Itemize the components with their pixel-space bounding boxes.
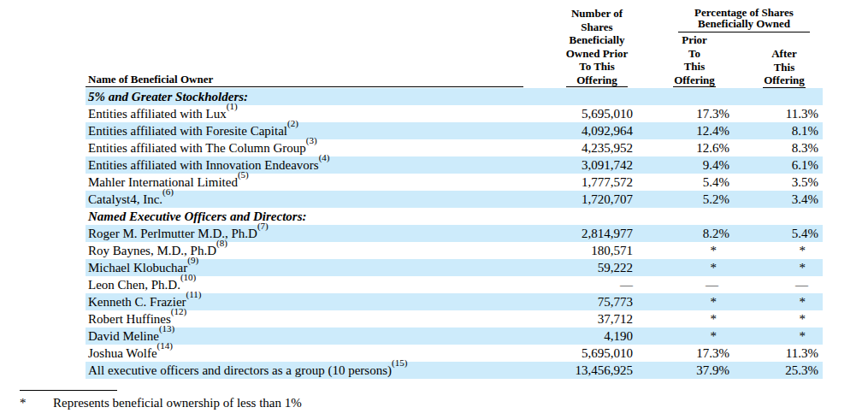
after-percentage-value: 11.3% [729,105,823,122]
owner-name-text: Entities affiliated with Foresite Capita… [88,124,287,138]
prior-percentage-value: 5.2% [633,191,729,208]
header-line: After [748,47,820,61]
shares-value: 37,712 [523,310,633,328]
after-percentage-value: 8.1% [729,122,823,139]
table-row: Roger M. Perlmutter M.D., Ph.D(7) 2,814,… [86,225,823,242]
prior-percentage-value: 9.4% [633,156,729,174]
owner-name: Named Executive Officers and Directors: [86,208,523,225]
prior-percentage-value: * [633,310,729,328]
footnote: *Represents beneficial ownership of less… [20,394,302,411]
after-percentage-value: * [729,242,823,259]
prior-percentage-value: * [633,328,729,345]
owner-name-text: 5% and Greater Stockholders: [88,90,248,103]
after-percentage-value: 25.3% [729,362,823,379]
table-row: Entities affiliated with The Column Grou… [86,139,823,156]
shares-value: 4,235,952 [523,139,633,156]
prior-percentage-value: * [633,293,729,310]
shares-value: 1,777,572 [523,174,633,191]
owner-name-text: Michael Klobuchar [88,261,187,274]
header-line: Beneficially [547,33,647,47]
shares-value: 5,695,010 [523,105,633,122]
col-header-after-offering: AfterThisOffering [748,47,820,88]
shares-value: 2,814,977 [523,225,633,242]
owner-name-text: David Meline [88,329,159,343]
prior-percentage-value: 17.3% [633,345,729,362]
footnote-ref: (9) [187,255,198,265]
after-percentage-value: — [729,276,823,293]
header-line: Offering [748,74,820,88]
footnote-ref: (1) [227,101,238,111]
shares-value: — [523,276,633,293]
owner-name-text: Entities affiliated with The Column Grou… [88,141,306,155]
table-row: Entities affiliated with Innovation Ende… [86,156,823,174]
after-percentage-value: * [729,293,823,310]
prior-percentage-value [633,88,729,105]
header-line: This [748,61,820,74]
footnote-ref: (10) [180,272,196,282]
shares-value: 1,720,707 [523,191,633,208]
footnote-ref: (5) [238,169,249,180]
owner-name-text: Joshua Wolfe [88,346,157,360]
shares-value: 59,222 [523,259,633,276]
footnote-ref: (14) [157,340,173,351]
header-line: Owned Prior [547,47,647,61]
table-row: Named Executive Officers and Directors: [86,208,823,225]
owner-name-text: Named Executive Officers and Directors: [88,210,307,223]
after-percentage-value [729,208,823,225]
after-percentage-value: 3.5% [729,174,823,191]
owner-name: Kenneth C. Frazier(11) [86,293,523,310]
footnote-ref: (12) [171,306,186,316]
table-row: David Meline(13) 4,190 * * [86,328,823,345]
prior-percentage-value: * [633,242,729,259]
table-row: Kenneth C. Frazier(11) 75,773 * * [86,293,823,310]
shares-value: 5,695,010 [523,345,633,362]
prior-percentage-value: 5.4% [633,174,729,191]
footnote-ref: (11) [186,289,202,299]
owner-name: Leon Chen, Ph.D.(10) [86,276,523,293]
shares-value: 4,092,964 [523,122,633,139]
owner-name: Roy Baynes, M.D., Ph.D(8) [86,242,523,259]
header-line: Number of [547,7,647,21]
owner-name: Mahler International Limited(5) [86,174,523,191]
footnote-text: Represents beneficial ownership of less … [53,396,302,410]
table-row: Entities affiliated with Foresite Capita… [86,122,823,139]
table-row: 5% and Greater Stockholders: [86,88,823,105]
shares-value: 13,456,925 [523,362,633,379]
after-percentage-value: 11.3% [729,345,823,362]
table-row: Catalyst4, Inc.(6) 1,720,707 5.2% 3.4% [86,191,823,208]
owner-name: Entities affiliated with The Column Grou… [86,139,523,156]
table-row: All executive officers and directors as … [86,362,823,379]
prior-percentage-value: 12.4% [633,122,729,139]
footnote-ref: (3) [306,135,317,145]
after-percentage-value [729,88,823,105]
owner-name-text: Catalyst4, Inc. [88,192,162,206]
footnote-ref: (6) [162,186,174,197]
table-row: Robert Huffines(12) 37,712 * * [86,310,823,328]
owner-name: David Meline(13) [86,328,523,345]
owner-name: Robert Huffines(12) [86,310,523,328]
prior-percentage-value: — [633,276,729,293]
after-percentage-value: * [729,328,823,345]
owner-name-text: All executive officers and directors as … [88,363,392,377]
shares-value: 180,571 [523,242,633,259]
shares-value: 4,190 [523,328,633,345]
owner-name: Joshua Wolfe(14) [86,345,523,362]
after-percentage-value: * [729,259,823,276]
after-percentage-value: 3.4% [729,191,823,208]
owner-name-text: Entities affiliated with Innovation Ende… [88,158,319,172]
header-line: Offering [547,74,647,88]
header-line: Shares [547,21,647,34]
footnote-ref: (13) [159,323,174,333]
after-percentage-value: 6.1% [729,156,823,174]
ownership-table-body: 5% and Greater Stockholders: Entities af… [86,88,823,379]
col-header-prior-to-offering: PriorToThisOffering [658,33,730,87]
header-line: Prior [658,33,730,47]
owner-name: Michael Klobuchar(9) [86,259,523,276]
footnote-ref: (7) [257,221,269,231]
table-row: Michael Klobuchar(9) 59,222 * * [86,259,823,276]
col-header-percentage-of-shares: Percentage of SharesBeneficially Owned [678,7,810,32]
owner-name: Entities affiliated with Innovation Ende… [86,156,523,174]
shares-value: 75,773 [523,293,633,310]
footnote-ref: (2) [287,118,298,128]
prior-percentage-value: * [633,259,729,276]
